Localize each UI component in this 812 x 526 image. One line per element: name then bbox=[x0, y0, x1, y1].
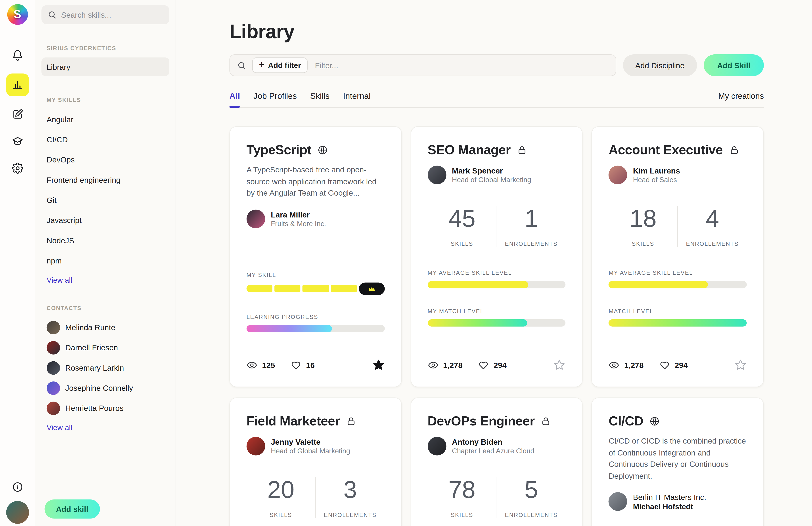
add-skill-button-sidebar[interactable]: Add skill bbox=[44, 499, 100, 519]
contacts-view-all-link[interactable]: View all bbox=[47, 423, 164, 432]
card-title: TypeScript bbox=[247, 142, 311, 157]
info-icon[interactable] bbox=[12, 481, 23, 493]
card-footer: 1,278 294 bbox=[609, 359, 746, 371]
filter-input[interactable] bbox=[314, 60, 610, 70]
my-skills-section-label: MY SKILLS bbox=[47, 97, 164, 103]
skills-count: 18 bbox=[629, 206, 656, 230]
sidebar-skill-cicd[interactable]: CI/CD bbox=[41, 129, 169, 149]
plus-icon: + bbox=[259, 60, 264, 70]
add-skill-button[interactable]: Add Skill bbox=[704, 54, 764, 76]
card-footer: 125 16 bbox=[247, 359, 385, 371]
edit-icon[interactable] bbox=[12, 109, 23, 120]
sidebar-skill-frontend[interactable]: Frontend engineering bbox=[41, 170, 169, 190]
search-icon bbox=[237, 61, 246, 70]
sidebar: SIRIUS CYBERNETICS Library MY SKILLS Ang… bbox=[35, 0, 176, 526]
eye-icon bbox=[609, 359, 619, 370]
bell-icon[interactable] bbox=[12, 50, 23, 61]
skills-count-label: SKILLS bbox=[270, 512, 292, 518]
enrollments-count-label: ENROLLEMENTS bbox=[324, 512, 377, 518]
sidebar-skill-angular[interactable]: Angular bbox=[41, 109, 169, 129]
filter-row: + Add filter Add Discipline Add Skill bbox=[229, 54, 764, 76]
dashboard-icon-active[interactable] bbox=[6, 74, 29, 96]
card-author: Lara Miller Fruits & More Inc. bbox=[247, 209, 385, 228]
star-icon[interactable] bbox=[553, 359, 566, 371]
author-name: Lara Miller bbox=[271, 210, 326, 219]
card-cicd[interactable]: CI/CD CI/CD or CICD is the combined prac… bbox=[592, 397, 764, 526]
sidebar-skill-npm[interactable]: npm bbox=[41, 251, 169, 271]
contact-avatar bbox=[47, 341, 60, 354]
contact-row[interactable]: Henrietta Pouros bbox=[41, 398, 169, 418]
my-skill-bar bbox=[247, 282, 385, 295]
lock-icon bbox=[346, 416, 357, 426]
crown-badge bbox=[359, 282, 385, 295]
author-subtitle: Head of Sales bbox=[633, 176, 680, 184]
tab-all[interactable]: All bbox=[229, 91, 240, 101]
views-count: 125 bbox=[247, 359, 275, 370]
author-avatar bbox=[247, 209, 265, 228]
app-logo[interactable]: S bbox=[7, 4, 28, 25]
gear-icon[interactable] bbox=[12, 163, 23, 174]
likes-count[interactable]: 16 bbox=[291, 359, 315, 370]
card-field-marketeer[interactable]: Field Marketeer Jenny Valette Head of Gl… bbox=[229, 397, 402, 526]
heart-icon bbox=[478, 359, 489, 370]
card-seo-manager[interactable]: SEO Manager Mark Spencer Head of Global … bbox=[410, 126, 583, 387]
contact-avatar bbox=[47, 381, 60, 395]
card-title: Field Marketeer bbox=[247, 414, 340, 429]
contact-row[interactable]: Rosemary Larkin bbox=[41, 358, 169, 378]
card-title: DevOPs Engineer bbox=[428, 414, 535, 429]
rail-nav bbox=[6, 50, 29, 174]
tab-skills[interactable]: Skills bbox=[310, 91, 330, 101]
author-avatar bbox=[609, 492, 627, 511]
globe-icon bbox=[318, 145, 328, 155]
enrollments-count: 3 bbox=[344, 477, 357, 501]
card-account-executive[interactable]: Account Executive Kim Laurens Head of Sa… bbox=[592, 126, 764, 387]
sidebar-item-library[interactable]: Library bbox=[41, 58, 169, 76]
contact-row[interactable]: Josephine Connelly bbox=[41, 378, 169, 398]
add-filter-button[interactable]: + Add filter bbox=[252, 58, 308, 73]
contact-row[interactable]: Melinda Runte bbox=[41, 317, 169, 337]
main-content: Library + Add filter Add Discipline Add … bbox=[176, 0, 812, 526]
tab-job-profiles[interactable]: Job Profiles bbox=[253, 91, 297, 101]
contact-row[interactable]: Darnell Friesen bbox=[41, 337, 169, 358]
card-title: Account Executive bbox=[609, 142, 723, 157]
search-icon bbox=[47, 10, 56, 19]
avg-skill-level-bar bbox=[428, 281, 566, 288]
card-typescript[interactable]: TypeScript A TypeScript-based free and o… bbox=[229, 126, 402, 387]
likes-count[interactable]: 294 bbox=[478, 359, 507, 370]
star-icon[interactable] bbox=[734, 359, 747, 371]
star-icon[interactable] bbox=[372, 359, 385, 371]
likes-count[interactable]: 294 bbox=[659, 359, 688, 370]
author-avatar bbox=[428, 166, 446, 184]
card-stats: 45 SKILLS 1 ENROLLEMENTS bbox=[428, 206, 566, 247]
contact-name: Henrietta Pouros bbox=[65, 404, 124, 412]
search-input[interactable] bbox=[41, 5, 169, 24]
skill-segment bbox=[331, 285, 357, 292]
sidebar-skill-javascript[interactable]: Javascript bbox=[41, 210, 169, 230]
tab-internal[interactable]: Internal bbox=[343, 91, 371, 101]
learning-progress-label: LEARNING PROGRESS bbox=[247, 313, 385, 319]
enrollments-count-label: ENROLLEMENTS bbox=[686, 241, 739, 247]
card-stats: 78 SKILLS 5 ENROLLEMENTS bbox=[428, 477, 566, 518]
sidebar-skill-nodejs[interactable]: NodeJS bbox=[41, 230, 169, 251]
sidebar-skill-git[interactable]: Git bbox=[41, 190, 169, 210]
app-root: S bbox=[0, 0, 812, 526]
eye-icon bbox=[247, 359, 257, 370]
graduation-cap-icon[interactable] bbox=[12, 136, 23, 147]
skills-count: 45 bbox=[448, 206, 476, 230]
card-grid: TypeScript A TypeScript-based free and o… bbox=[229, 126, 764, 526]
user-avatar[interactable] bbox=[6, 501, 29, 524]
views-count: 1,278 bbox=[428, 359, 463, 370]
add-discipline-button[interactable]: Add Discipline bbox=[623, 54, 697, 76]
author-name: Michael Hofstedt bbox=[633, 502, 706, 511]
avg-skill-level-label: MY AVERAGE SKILL LEVEL bbox=[428, 270, 566, 276]
my-creations-link[interactable]: My creations bbox=[718, 91, 764, 101]
enrollments-count: 4 bbox=[706, 206, 719, 230]
card-devops-engineer[interactable]: DevOPs Engineer Antony Biden Chapter Lea… bbox=[410, 397, 583, 526]
enrollments-count: 5 bbox=[524, 477, 538, 501]
card-title: SEO Manager bbox=[428, 142, 511, 157]
skills-view-all-link[interactable]: View all bbox=[47, 276, 164, 284]
skill-segment bbox=[275, 285, 301, 292]
skills-count-label: SKILLS bbox=[451, 241, 473, 247]
lock-icon bbox=[541, 416, 551, 426]
sidebar-skill-devops[interactable]: DevOps bbox=[41, 150, 169, 170]
